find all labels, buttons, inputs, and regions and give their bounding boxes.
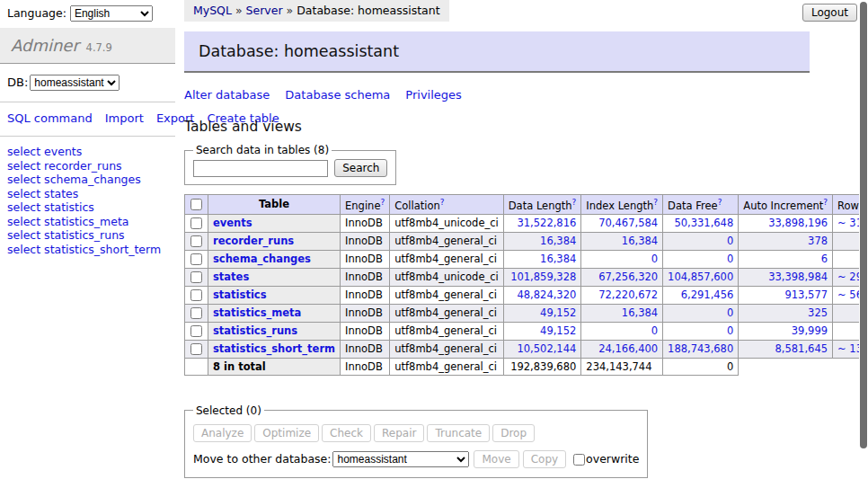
sidebar: Language:English Adminer 4.7.9 DB:homeas… <box>0 0 175 264</box>
table-name-link[interactable]: statistics_short_term <box>213 342 335 355</box>
row-checkbox[interactable] <box>190 253 202 265</box>
engine-cell: InnoDB <box>341 268 390 286</box>
sidebar-table-link[interactable]: select statistics <box>7 200 168 215</box>
auto-increment-cell: 39,999 <box>739 322 833 340</box>
table-name-cell: statistics_short_term <box>208 340 341 358</box>
index-length-cell: 16,384 <box>581 232 663 250</box>
overwrite-label: overwrite <box>572 452 639 466</box>
auto-increment-cell: 378 <box>739 232 833 250</box>
row-checkbox-cell <box>185 268 208 286</box>
index-length-cell: 0 <box>581 250 663 268</box>
sidebar-table-link[interactable]: select statistics_meta <box>7 215 168 229</box>
row-checkbox-cell <box>185 304 208 322</box>
engine-cell: InnoDB <box>341 232 390 250</box>
engine-cell: InnoDB <box>341 214 390 232</box>
data-free-cell: 6,291,456 <box>663 286 739 304</box>
scrollbar-thumb[interactable] <box>860 2 867 448</box>
sidebar-table-link[interactable]: select statistics_short_term <box>7 243 168 257</box>
move-db-select[interactable]: homeassistant <box>332 451 469 467</box>
table-name-link[interactable]: statistics <box>213 288 267 301</box>
row-checkbox-cell <box>185 250 208 268</box>
data-length-cell: 49,152 <box>503 322 581 340</box>
table-name-cell: schema_changes <box>208 250 341 268</box>
row-checkbox[interactable] <box>190 271 202 283</box>
column-header: Table <box>208 195 341 215</box>
breadcrumb-link[interactable]: MySQL <box>193 4 232 17</box>
db-nav-link[interactable]: Database schema <box>285 88 390 102</box>
row-checkbox[interactable] <box>190 217 202 229</box>
total-index-length-cell: 234,143,744 <box>581 358 663 375</box>
row-checkbox[interactable] <box>190 289 202 301</box>
total-label-cell: 8 in total <box>208 358 341 375</box>
data-length-cell: 101,859,328 <box>503 268 581 286</box>
db-nav-link[interactable]: Privileges <box>405 88 462 102</box>
check-button: Check <box>322 424 371 442</box>
auto-increment-cell: 913,577 <box>739 286 833 304</box>
table-row: recorder_runsInnoDButf8mb4_general_ci16,… <box>185 232 868 250</box>
db-nav-link[interactable]: Alter database <box>184 88 270 102</box>
main-content: MySQL»Server»Database: homeassistant Dat… <box>184 0 810 488</box>
help-link[interactable]: ? <box>572 198 577 207</box>
table-name-link[interactable]: recorder_runs <box>213 235 294 247</box>
help-link[interactable]: ? <box>718 198 722 207</box>
breadcrumb-separator: » <box>235 4 243 17</box>
sidebar-table-link[interactable]: select events <box>7 145 168 159</box>
row-checkbox[interactable] <box>190 307 202 319</box>
total-check-cell <box>185 358 208 375</box>
sidebar-table-link[interactable]: select statistics_runs <box>7 228 168 243</box>
check-all-cell <box>185 195 208 215</box>
breadcrumb-separator: » <box>287 4 294 17</box>
sidebar-action-link[interactable]: SQL command <box>7 111 93 125</box>
sidebar-action-link[interactable]: Import <box>105 111 144 125</box>
search-button[interactable]: Search <box>334 159 387 177</box>
collation-cell: utf8mb4_general_ci <box>390 304 504 322</box>
breadcrumb-link[interactable]: Server <box>246 4 283 17</box>
data-free-cell: 0 <box>663 250 739 268</box>
table-name-link[interactable]: events <box>213 217 252 229</box>
column-header: Collation? <box>390 195 504 215</box>
sidebar-table-link[interactable]: select schema_changes <box>7 173 168 187</box>
help-link[interactable]: ? <box>440 198 445 207</box>
data-free-cell: 104,857,600 <box>663 268 739 286</box>
optimize-button: Optimize <box>254 424 319 442</box>
repair-button: Repair <box>374 424 424 442</box>
app-logo: Adminer 4.7.9 <box>0 28 175 64</box>
table-name-link[interactable]: statistics_meta <box>213 306 301 319</box>
index-length-cell: 0 <box>581 322 663 340</box>
index-length-cell: 24,166,400 <box>581 340 663 358</box>
search-input[interactable] <box>193 160 328 177</box>
db-select[interactable]: homeassistant <box>30 75 120 91</box>
help-link[interactable]: ? <box>653 198 658 207</box>
column-header: Index Length? <box>581 195 663 215</box>
search-fieldset: Search data in tables (8) Search <box>184 144 396 185</box>
logout-button[interactable]: Logout <box>802 4 857 22</box>
table-name-link[interactable]: states <box>213 271 249 283</box>
data-free-cell: 0 <box>663 304 739 322</box>
table-name-link[interactable]: statistics_runs <box>213 324 297 337</box>
overwrite-checkbox[interactable] <box>573 454 585 466</box>
tables-table: TableEngine?Collation?Data Length?Index … <box>184 194 868 376</box>
selected-buttons: AnalyzeOptimizeCheckRepairTruncateDrop <box>193 424 639 442</box>
row-checkbox[interactable] <box>190 235 202 247</box>
check-all-checkbox[interactable] <box>190 199 202 210</box>
breadcrumb: MySQL»Server»Database: homeassistant <box>184 0 449 22</box>
sidebar-table-link[interactable]: select recorder_runs <box>7 159 168 173</box>
help-link[interactable]: ? <box>380 198 385 207</box>
engine-cell: InnoDB <box>341 322 390 340</box>
index-length-cell: 72,220,672 <box>581 286 663 304</box>
page-title: Database: homeassistant <box>184 31 810 73</box>
language-select[interactable]: English <box>70 5 153 22</box>
table-name-link[interactable]: schema_changes <box>213 253 311 265</box>
row-checkbox[interactable] <box>190 343 202 355</box>
engine-cell: InnoDB <box>341 340 390 358</box>
row-checkbox[interactable] <box>190 325 202 337</box>
sidebar-table-link[interactable]: select states <box>7 187 168 201</box>
data-length-cell: 49,152 <box>503 304 581 322</box>
auto-increment-cell: 33,898,196 <box>739 214 833 232</box>
move-row: Move to other database:homeassistantMove… <box>193 450 639 468</box>
auto-increment-cell: 8,581,645 <box>739 340 833 358</box>
data-length-cell: 16,384 <box>503 250 581 268</box>
collation-cell: utf8mb4_general_ci <box>390 286 504 304</box>
scrollbar[interactable] <box>859 0 868 488</box>
help-link[interactable]: ? <box>823 198 828 207</box>
